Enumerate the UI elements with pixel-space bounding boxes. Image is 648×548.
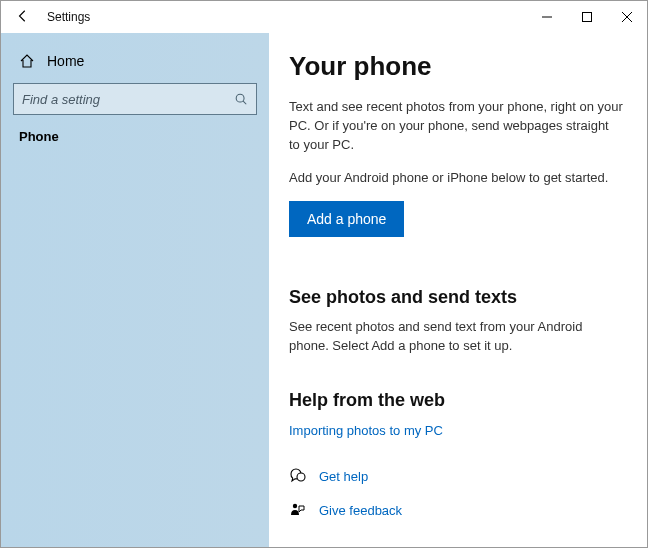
get-help-row[interactable]: Get help (289, 467, 623, 485)
close-icon (622, 12, 632, 22)
section-photos-heading: See photos and send texts (289, 287, 623, 308)
svg-point-6 (297, 473, 305, 481)
svg-line-5 (243, 101, 246, 104)
feedback-icon (289, 501, 307, 519)
section-photos-desc: See recent photos and send text from you… (289, 318, 623, 356)
svg-point-4 (236, 94, 244, 102)
search-box[interactable] (13, 83, 257, 115)
help-web-link[interactable]: Importing photos to my PC (289, 423, 443, 438)
search-icon (226, 92, 256, 106)
get-help-link[interactable]: Get help (319, 469, 368, 484)
search-input[interactable] (14, 92, 226, 107)
window-title: Settings (45, 10, 90, 24)
svg-point-7 (293, 504, 297, 508)
maximize-button[interactable] (567, 2, 607, 32)
sidebar-home-label: Home (47, 53, 84, 69)
arrow-left-icon (16, 9, 30, 23)
maximize-icon (582, 12, 592, 22)
give-feedback-row[interactable]: Give feedback (289, 501, 623, 519)
close-button[interactable] (607, 2, 647, 32)
home-icon (19, 53, 35, 69)
page-desc-2: Add your Android phone or iPhone below t… (289, 169, 623, 188)
minimize-icon (542, 12, 552, 22)
sidebar-item-phone[interactable]: Phone (13, 115, 257, 158)
back-button[interactable] (1, 9, 45, 26)
page-desc-1: Text and see recent photos from your pho… (289, 98, 623, 155)
sidebar: Home Phone (1, 33, 269, 547)
content-area: Your phone Text and see recent photos fr… (269, 33, 647, 547)
section-help-heading: Help from the web (289, 390, 623, 411)
minimize-button[interactable] (527, 2, 567, 32)
sidebar-home[interactable]: Home (13, 43, 257, 83)
add-phone-button[interactable]: Add a phone (289, 201, 404, 237)
chat-icon (289, 467, 307, 485)
give-feedback-link[interactable]: Give feedback (319, 503, 402, 518)
page-title: Your phone (289, 51, 623, 82)
svg-rect-1 (583, 13, 592, 22)
